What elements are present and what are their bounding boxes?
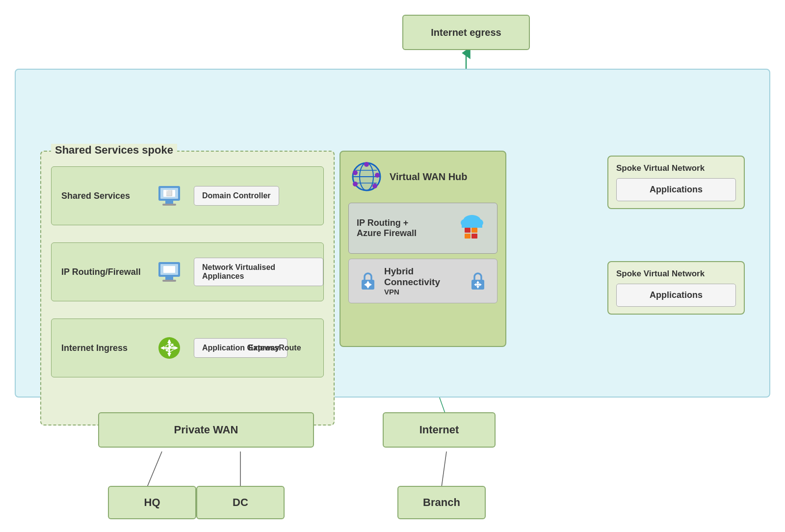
private-wan-box: Private WAN [98,412,314,448]
branch-box: Branch [397,486,486,519]
svg-rect-26 [162,280,176,282]
hybrid-text: Hybrid Connectivity VPN [384,266,462,296]
ip-routing-text: IP Routing + Azure Firewall [357,218,449,239]
svg-point-48 [372,184,377,188]
hybrid-vpn: VPN [384,288,462,296]
spoke-vnet-1-title: Spoke Virtual Network [616,163,736,173]
vwan-hub-title: Virtual WAN Hub [390,171,468,183]
vwan-hub-header: Virtual WAN Hub [340,152,505,198]
svg-line-17 [442,452,446,487]
spoke-vnet-2-title: Spoke Virtual Network [616,269,736,279]
internet-label: Internet [419,424,459,436]
internet-egress-label: Internet egress [431,27,501,38]
spoke-vnet-1: Spoke Virtual Network Applications [607,156,745,209]
shared-services-spoke: Shared Services spoke Shared Services ⬜ … [40,151,335,426]
globe-icon [350,160,383,193]
svg-rect-55 [465,234,471,239]
svg-rect-53 [465,228,471,233]
azure-firewall-icon [455,210,489,246]
hq-label: HQ [144,496,160,509]
svg-point-47 [375,173,380,178]
svg-rect-52 [462,222,482,228]
svg-rect-56 [471,234,477,239]
vwan-hub-area: Virtual WAN Hub IP Routing + Azure Firew… [340,151,506,347]
hybrid-title: Hybrid Connectivity [384,266,462,288]
domain-controller-box: Domain Controller [194,186,279,206]
hybrid-connectivity-box: Hybrid Connectivity VPN [348,259,497,303]
svg-point-46 [353,182,358,186]
lock-icon-left [357,270,379,293]
app-gateway-icon: ⤢ ⬡ [150,335,189,361]
svg-rect-54 [471,228,477,233]
diagram-root: Internet egress Shared Services spoke Sh… [0,0,785,532]
monitor-icon-2 [150,259,189,285]
dc-box: DC [196,486,285,519]
ss-row-shared-services: Shared Services ⬜ Domain Controller [51,166,324,225]
ss-label-internet-ingress: Internet Ingress [52,343,150,353]
expressroute-label: ExpressRoute [248,344,301,352]
lock-icon-right [467,270,489,293]
private-wan-label: Private WAN [174,424,238,436]
hybrid-title-row: Hybrid Connectivity VPN [357,266,489,296]
dc-label: DC [233,496,248,509]
main-container: Shared Services spoke Shared Services ⬜ … [15,69,770,398]
monitor-icon-1: ⬜ [150,183,189,209]
nva-box: Network Virtualised Appliances [194,258,323,286]
svg-point-45 [353,170,358,175]
hq-box: HQ [108,486,196,519]
internet-box: Internet [383,412,496,448]
svg-rect-20 [162,204,176,206]
spoke-vnet-1-inner: Applications [616,178,736,201]
svg-point-44 [364,162,369,167]
svg-text:⬜: ⬜ [166,189,173,196]
branch-label: Branch [423,496,460,509]
ss-row-ip-routing: IP Routing/Firewall Network Virtualised … [51,242,324,301]
svg-line-15 [147,452,162,487]
svg-rect-25 [165,277,173,280]
spoke-vnet-2-inner: Applications [616,284,736,307]
ip-routing-azure-firewall-box: IP Routing + Azure Firewall [348,203,497,254]
ss-label-ip-routing: IP Routing/Firewall [52,267,150,277]
svg-rect-19 [165,201,173,204]
ss-label-shared-services: Shared Services [52,191,150,201]
spoke-vnet-2: Spoke Virtual Network Applications [607,261,745,315]
svg-rect-28 [163,266,175,273]
internet-egress-box: Internet egress [402,15,530,50]
shared-services-spoke-title: Shared Services spoke [51,144,177,157]
